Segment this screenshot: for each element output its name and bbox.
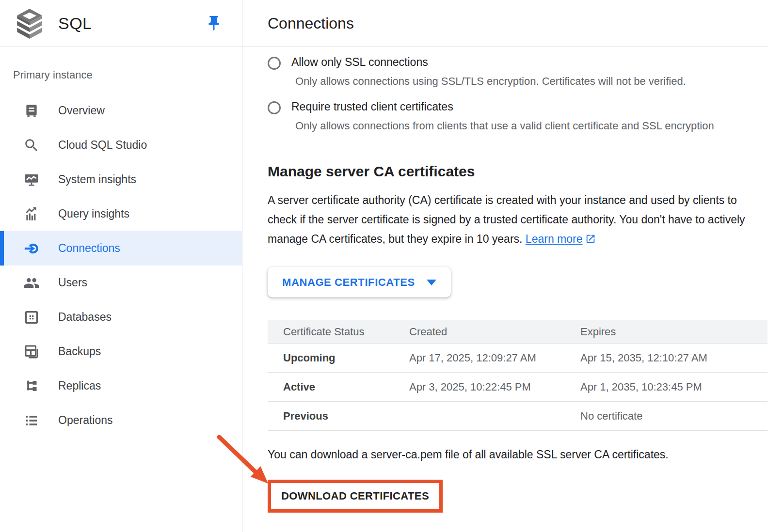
sidebar-item-users[interactable]: Users — [0, 266, 242, 300]
column-header-expires: Expires — [580, 326, 768, 338]
certificate-created: Apr 17, 2025, 12:09:27 AM — [409, 352, 580, 364]
sidebar-item-replicas[interactable]: Replicas — [0, 369, 242, 403]
certificate-expires: Apr 15, 2035, 12:10:27 AM — [580, 352, 768, 364]
sidebar-item-connections[interactable]: Connections — [0, 231, 242, 266]
page-title: Connections — [268, 15, 354, 32]
ssl-option-allow-only-ssl: Allow only SSL connections Only allows c… — [268, 56, 768, 88]
certificate-status: Active — [283, 381, 409, 393]
learn-more-link[interactable]: Learn more — [526, 233, 583, 245]
chevron-down-icon — [427, 280, 436, 285]
search-icon — [23, 137, 40, 154]
page-header: Connections — [242, 0, 768, 47]
sidebar-item-label: Users — [58, 276, 87, 289]
connections-icon — [23, 240, 40, 257]
sidebar-item-overview[interactable]: Overview — [0, 94, 242, 128]
databases-icon — [23, 309, 40, 326]
manage-certificates-label: MANAGE CERTIFICATES — [282, 276, 415, 289]
sidebar-item-label: Operations — [58, 414, 113, 427]
manage-ca-heading: Manage server CA certificates — [268, 163, 768, 180]
certificates-table: Certificate Status Created Expires Upcom… — [268, 320, 768, 431]
ssl-option-require-trusted-certs: Require trusted client certificates Only… — [268, 100, 768, 132]
radio-allow-only-ssl[interactable] — [268, 57, 281, 70]
sidebar-section-label: Primary instance — [13, 69, 242, 81]
sidebar-item-label: Backups — [58, 345, 101, 358]
replicas-icon — [23, 377, 40, 395]
sidebar-header: SQL — [0, 0, 242, 47]
download-note: You can download a server-ca.pem file of… — [268, 448, 768, 461]
overview-icon — [23, 102, 40, 120]
annotation-highlight-box: DOWNLOAD CERTIFICATES — [268, 480, 443, 513]
sidebar-item-query-insights[interactable]: Query insights — [0, 197, 242, 231]
column-header-certificate-status: Certificate Status — [283, 326, 409, 338]
sidebar: SQL Primary instance Overview — [0, 0, 242, 532]
sidebar-item-label: Connections — [58, 242, 120, 255]
certificate-created: Apr 3, 2025, 10:22:45 PM — [409, 381, 580, 393]
operations-icon — [23, 412, 40, 429]
manage-certificates-button[interactable]: MANAGE CERTIFICATES — [268, 267, 451, 297]
users-icon — [23, 274, 40, 292]
open-in-new-icon — [585, 234, 596, 244]
table-row: Previous No certificate — [268, 402, 768, 431]
radio-require-trusted-certs[interactable] — [268, 101, 281, 114]
certificate-status: Upcoming — [283, 352, 409, 364]
sidebar-item-cloud-sql-studio[interactable]: Cloud SQL Studio — [0, 128, 242, 162]
query-insights-icon — [23, 205, 40, 223]
table-row: Active Apr 3, 2025, 10:22:45 PM Apr 1, 2… — [268, 373, 768, 402]
sidebar-item-label: Replicas — [58, 379, 101, 392]
sidebar-item-operations[interactable]: Operations — [0, 403, 242, 438]
manage-ca-description-text: A server certificate authority (CA) cert… — [268, 194, 745, 245]
sidebar-item-label: Query insights — [58, 207, 129, 220]
sidebar-item-label: Overview — [58, 104, 105, 117]
sidebar-item-label: Databases — [58, 311, 112, 324]
cloud-sql-logo-icon — [14, 7, 46, 39]
radio-label[interactable]: Allow only SSL connections — [291, 56, 428, 69]
radio-label[interactable]: Require trusted client certificates — [291, 100, 453, 113]
app-title: SQL — [58, 14, 92, 33]
sidebar-item-label: System insights — [58, 173, 136, 186]
system-insights-icon — [23, 171, 40, 188]
sidebar-item-system-insights[interactable]: System insights — [0, 162, 242, 197]
certificate-expires: Apr 1, 2035, 10:23:45 PM — [580, 381, 768, 393]
table-row: Upcoming Apr 17, 2025, 12:09:27 AM Apr 1… — [268, 344, 768, 373]
sidebar-item-label: Cloud SQL Studio — [58, 139, 147, 152]
certificates-table-header: Certificate Status Created Expires — [268, 320, 768, 344]
pin-icon[interactable] — [205, 15, 223, 32]
download-certificates-button[interactable]: DOWNLOAD CERTIFICATES — [271, 483, 439, 509]
backups-icon — [23, 343, 40, 360]
sidebar-item-backups[interactable]: Backups — [0, 334, 242, 369]
radio-description: Only allows connections using SSL/TLS en… — [295, 75, 686, 88]
sidebar-item-databases[interactable]: Databases — [0, 300, 242, 334]
manage-ca-description: A server certificate authority (CA) cert… — [268, 190, 748, 249]
certificate-expires: No certificate — [580, 410, 768, 422]
certificate-status: Previous — [283, 410, 409, 422]
radio-description: Only allows connections from clients tha… — [295, 120, 714, 132]
column-header-created: Created — [409, 326, 580, 338]
main-panel: Connections Allow only SSL connections O… — [242, 0, 768, 532]
sidebar-nav: Overview Cloud SQL Studio System insight… — [0, 94, 242, 438]
